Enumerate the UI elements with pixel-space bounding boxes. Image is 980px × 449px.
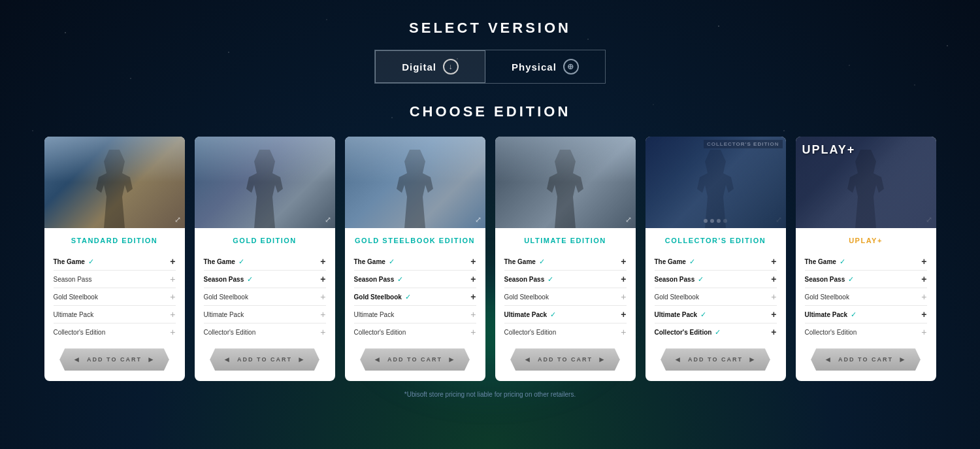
footnote: *Ubisoft store pricing not liable for pr…: [13, 391, 967, 405]
plus-icon[interactable]: +: [921, 291, 926, 302]
add-to-cart-gold[interactable]: ◄ ADD TO CART ►: [210, 348, 319, 371]
select-version-section: SELECT VERSION Digital ↓ Physical ⊕: [13, 20, 967, 84]
check-icon: ✓: [840, 258, 845, 266]
check-icon: ✓: [715, 328, 721, 337]
plus-icon[interactable]: +: [170, 327, 175, 337]
feature-item: Ultimate Pack +: [54, 306, 176, 324]
plus-icon[interactable]: +: [170, 274, 175, 284]
check-icon: ✓: [539, 258, 545, 266]
left-arrow-icon: ◄: [523, 355, 532, 364]
add-to-cart-goldsteel[interactable]: ◄ ADD TO CART ►: [360, 348, 470, 371]
plus-icon[interactable]: +: [771, 291, 776, 302]
check-icon: ✓: [238, 258, 244, 266]
card-body-collectors: COLLECTOR'S EDITION The Game ✓ + Season …: [645, 228, 786, 381]
check-icon: ✓: [851, 310, 857, 319]
feature-list-ultimate: The Game ✓ + Season Pass ✓ +: [504, 253, 627, 341]
add-to-cart-collectors[interactable]: ◄ ADD TO CART ►: [661, 348, 770, 371]
feature-item: Collector's Edition +: [54, 324, 176, 341]
version-toggle: Digital ↓ Physical ⊕: [374, 50, 606, 84]
plus-icon[interactable]: +: [921, 256, 926, 267]
expand-icon-goldsteel[interactable]: ⤢: [475, 215, 482, 224]
plus-icon[interactable]: +: [771, 274, 776, 284]
edition-card-gold: ⤢ GOLD EDITION The Game ✓ +: [195, 137, 335, 381]
feature-item: Season Pass ✓ +: [805, 271, 927, 288]
feature-item: Season Pass +: [54, 271, 176, 288]
expand-icon-standard[interactable]: ⤢: [174, 215, 181, 224]
feature-list-collectors: The Game ✓ + Season Pass ✓ +: [655, 253, 777, 341]
check-icon: ✓: [389, 258, 395, 266]
feature-item: Ultimate Pack +: [204, 306, 326, 324]
check-icon: ✓: [848, 275, 854, 284]
plus-icon[interactable]: +: [170, 256, 175, 267]
card-image-standard: ⤢: [44, 137, 185, 228]
card-body-standard: STANDARD EDITION The Game ✓ + Season Pas…: [44, 228, 185, 381]
plus-icon[interactable]: +: [320, 256, 325, 267]
feature-item: Season Pass ✓ +: [354, 271, 476, 288]
digital-label: Digital: [402, 61, 436, 73]
feature-item: Collector's Edition +: [504, 324, 627, 341]
plus-icon[interactable]: +: [921, 274, 926, 284]
edition-title-standard: STANDARD EDITION: [54, 236, 176, 245]
plus-icon[interactable]: +: [621, 256, 626, 267]
right-arrow-icon: ►: [448, 355, 457, 364]
download-icon: ↓: [443, 59, 459, 75]
feature-item: Ultimate Pack ✓ +: [655, 306, 777, 324]
dot: [723, 219, 727, 223]
feature-list-gold: The Game ✓ + Season Pass ✓ +: [204, 253, 326, 341]
editions-grid: ⤢ STANDARD EDITION The Game ✓ +: [13, 137, 967, 381]
feature-item: Season Pass ✓ +: [504, 271, 627, 288]
expand-icon-ultimate[interactable]: ⤢: [625, 215, 632, 224]
choose-edition-section: CHOOSE EDITION ⤢ STANDARD EDITION The Ga…: [13, 103, 967, 381]
plus-icon[interactable]: +: [320, 309, 325, 320]
plus-icon[interactable]: +: [470, 291, 476, 302]
feature-item: Ultimate Pack ✓ +: [504, 306, 627, 324]
plus-icon[interactable]: +: [621, 274, 626, 284]
right-arrow-icon: ►: [598, 355, 607, 364]
plus-icon[interactable]: +: [771, 327, 776, 337]
plus-icon[interactable]: +: [621, 309, 626, 320]
feature-item: Gold Steelbook +: [504, 288, 627, 306]
check-icon: ✓: [88, 258, 94, 266]
plus-icon[interactable]: +: [470, 309, 476, 320]
dot: [717, 219, 721, 223]
check-icon: ✓: [247, 275, 253, 284]
add-to-cart-uplay[interactable]: ◄ ADD TO CART ►: [811, 348, 921, 371]
plus-icon[interactable]: +: [621, 327, 626, 337]
plus-icon[interactable]: +: [921, 309, 926, 320]
plus-icon[interactable]: +: [771, 309, 776, 320]
uplay-label: UPLAY+: [802, 143, 856, 157]
feature-item: The Game ✓ +: [805, 253, 927, 271]
plus-icon[interactable]: +: [320, 291, 325, 302]
feature-item: Gold Steelbook ✓ +: [354, 288, 476, 306]
plus-icon[interactable]: +: [470, 256, 476, 267]
edition-title-uplay: UPLAY+: [805, 236, 927, 245]
edition-title-gold: GOLD EDITION: [204, 236, 326, 245]
check-icon: ✓: [550, 310, 556, 319]
edition-title-goldsteel: GOLD STEELBOOK EDITION: [354, 236, 476, 245]
plus-icon[interactable]: +: [921, 327, 926, 337]
check-icon: ✓: [405, 293, 411, 301]
right-arrow-icon: ►: [147, 355, 156, 364]
left-arrow-icon: ◄: [223, 355, 232, 364]
physical-button[interactable]: Physical ⊕: [485, 50, 605, 83]
plus-icon[interactable]: +: [170, 309, 175, 320]
feature-list-uplay: The Game ✓ + Season Pass ✓ +: [805, 253, 927, 341]
plus-icon[interactable]: +: [470, 327, 476, 337]
expand-icon-uplay[interactable]: ⤢: [926, 215, 932, 224]
expand-icon-collectors[interactable]: ⤢: [776, 215, 782, 224]
plus-icon[interactable]: +: [621, 291, 626, 302]
edition-card-standard: ⤢ STANDARD EDITION The Game ✓ +: [44, 137, 185, 381]
add-to-cart-standard[interactable]: ◄ ADD TO CART ►: [59, 348, 169, 371]
plus-icon[interactable]: +: [771, 256, 776, 267]
edition-title-collectors: COLLECTOR'S EDITION: [655, 236, 777, 245]
add-to-cart-ultimate[interactable]: ◄ ADD TO CART ►: [510, 348, 620, 371]
expand-icon-gold[interactable]: ⤢: [325, 215, 331, 224]
digital-button[interactable]: Digital ↓: [375, 50, 485, 83]
feature-list-standard: The Game ✓ + Season Pass +: [54, 253, 176, 341]
left-arrow-icon: ◄: [674, 355, 683, 364]
plus-icon[interactable]: +: [170, 291, 175, 302]
edition-card-uplay: UPLAY+ ⤢ UPLAY+ The Game ✓ +: [796, 137, 936, 381]
plus-icon[interactable]: +: [320, 274, 325, 284]
plus-icon[interactable]: +: [320, 327, 325, 337]
plus-icon[interactable]: +: [470, 274, 476, 284]
